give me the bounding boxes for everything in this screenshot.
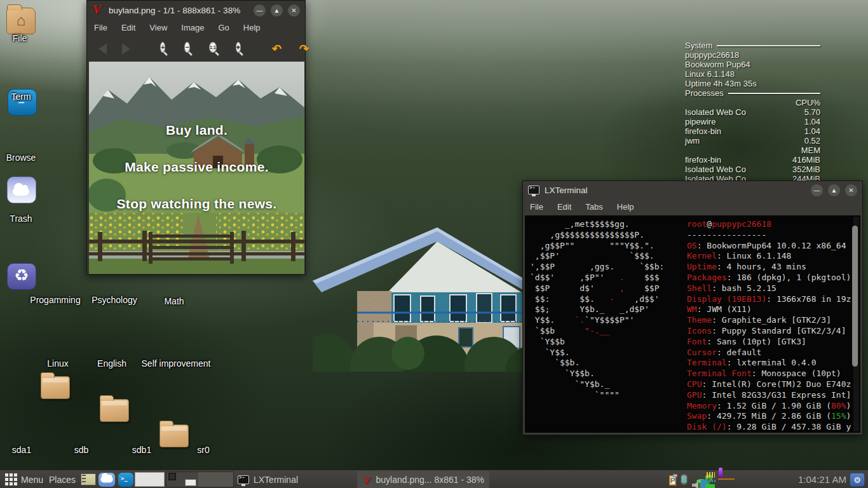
terminal-icon [238,475,249,484]
previous-image-button[interactable] [98,43,107,55]
folder-label: Self improvement [142,358,211,369]
conky-mem-column-header: MEM [685,146,820,155]
conky-process-row: pipewire1.04 [685,117,820,126]
neofetch-ascii-logo: _,met$$$$$gg. ,g$$$$$$$$$$$$$$$P. ,g$$P"… [530,219,664,401]
desktop-folder-progamming[interactable] [41,376,70,399]
zoom-out-button[interactable]: − [184,42,189,53]
menu-item-edit[interactable]: Edit [114,23,142,32]
task-label: LXTerminal [254,475,298,485]
viewer-titlebar[interactable]: buyland.png - 1/1 - 888x861 - 38% — ▲ ✕ [87,1,305,20]
minimize-button[interactable]: — [254,4,266,17]
neofetch-info: root@puppypc26618 ---------------- OS: B… [687,219,851,433]
desktop-folder-psychology[interactable] [100,399,129,422]
process-name: Isolated Web Co [685,107,746,117]
file-manager-launcher-icon[interactable] [81,473,96,485]
viewer-toolbar: + − 1:1 ✚ ↶ ↷ [87,36,305,62]
system-monitor-widget: System puppypc26618Bookworm Pup64Linux 6… [685,41,820,184]
menu-item-edit[interactable]: Edit [550,202,578,212]
folder-label: Math [164,296,184,306]
desktop-icon-label: Term [11,92,31,102]
desktop-icon-file[interactable] [6,8,36,34]
menu-item-file[interactable]: File [523,202,550,212]
desktop-icon-browse[interactable] [7,177,36,203]
clipboard-manager-icon[interactable]: P [669,474,676,485]
menu-item-image[interactable]: Image [174,23,211,32]
conky-system-line: puppypc26618 [685,50,820,60]
rotate-right-icon[interactable]: ↷ [299,42,309,56]
normal-size-button[interactable]: 1:1 [209,42,217,53]
desktop-icon-trash[interactable] [7,263,36,290]
menu-item-go[interactable]: Go [211,23,236,32]
menu-item-view[interactable]: View [142,23,174,32]
show-desktop-button[interactable] [135,472,165,487]
clock: 1:04:21 AM [798,474,846,485]
conky-process-row: Isolated Web Co352MiB [685,165,820,174]
workspace-2[interactable] [198,472,233,487]
menu-item-tabs[interactable]: Tabs [578,202,609,212]
session-sync-icon[interactable]: S [681,473,688,486]
process-value: 416MiB [792,155,820,165]
viewnior-icon [363,475,370,485]
menu-item-file[interactable]: File [87,23,114,32]
browser-launcher-icon[interactable] [98,473,115,487]
close-button[interactable]: ✕ [845,184,857,196]
terminal-launcher-icon[interactable] [118,473,133,487]
workspace-1[interactable] [166,472,198,487]
minimize-button[interactable]: — [811,184,823,196]
taskbar-task-terminal[interactable]: LXTerminal [233,471,355,488]
conky-process-row: Isolated Web Co5.70 [685,107,820,117]
viewer-menubar: FileEditViewImageGoHelp [87,20,305,36]
pager-window [185,479,196,486]
menu-grid-icon[interactable] [5,473,17,485]
zoom-in-button[interactable]: + [160,42,165,53]
process-value: 5.70 [804,107,820,117]
process-value: 1.04 [804,117,820,126]
folder-label: Psychology [92,295,137,305]
terminal-window: LXTerminal — ▲ ✕ FileEditTabsHelp _,met$… [522,180,863,435]
conky-process-row: firefox-bin416MiB [685,155,820,165]
menu-button[interactable]: Menu [21,475,43,485]
maximize-button[interactable]: ▲ [828,184,840,196]
image-caption-line: Buy land. [89,123,304,138]
terminal-scrollbar-thumb[interactable] [852,226,858,367]
places-button[interactable]: Places [49,475,76,485]
drive-label: sdb1 [132,445,151,455]
menu-item-help[interactable]: Help [236,23,268,32]
menu-item-help[interactable]: Help [610,202,641,212]
desktop-icon-label: File [13,33,27,43]
rotate-left-icon[interactable]: ↶ [272,42,281,56]
conky-processes-header: Processes [685,88,820,98]
maximize-button[interactable]: ▲ [271,4,283,17]
pager-window [168,473,176,480]
conky-system-line: Linux 6.1.148 [685,69,820,79]
drive-label: sda1 [12,445,31,455]
process-value: 1.04 [804,126,820,136]
terminal-scrollbar[interactable] [853,217,859,431]
process-name: firefox-bin [685,126,721,136]
desktop-folder-math[interactable] [159,424,189,447]
terminal-titlebar[interactable]: LXTerminal — ▲ ✕ [523,181,862,199]
folder-label: Progamming [30,295,80,305]
workspace-pager[interactable] [166,471,234,487]
best-fit-button[interactable]: ✚ [236,42,241,53]
wallpaper-house [313,222,532,372]
task-label: buyland.png... 8x861 - 38% [376,475,484,485]
close-button[interactable]: ✕ [288,4,300,17]
conky-system-line: Bookworm Pup64 [685,60,820,69]
taskbar-task-viewnior[interactable]: buyland.png... 8x861 - 38% [357,471,489,488]
viewer-image[interactable]: Buy land. Make passive income. Stop watc… [89,62,304,274]
terminal-icon [528,186,539,194]
drive-label: sdb [74,445,89,455]
conky-process-row: jwm0.52 [685,136,820,146]
next-image-button[interactable] [122,43,130,55]
system-tray: PS)))✓ [669,470,717,488]
conky-system-line: Uptime 4h 43m 35s [685,79,820,88]
process-value: 352MiB [792,165,820,174]
viewer-title: buyland.png - 1/1 - 888x861 - 38% [109,6,254,15]
desktop-icon-label: Browse [6,152,36,163]
process-name: jwm [685,136,700,146]
settings-gear-icon[interactable]: ⚙ [850,473,865,487]
cloud-icon [13,187,29,196]
terminal-output[interactable]: _,met$$$$$gg. ,g$$$$$$$$$$$$$$$P. ,g$$P"… [525,215,860,433]
image-viewer-window: buyland.png - 1/1 - 888x861 - 38% — ▲ ✕ … [86,0,306,275]
